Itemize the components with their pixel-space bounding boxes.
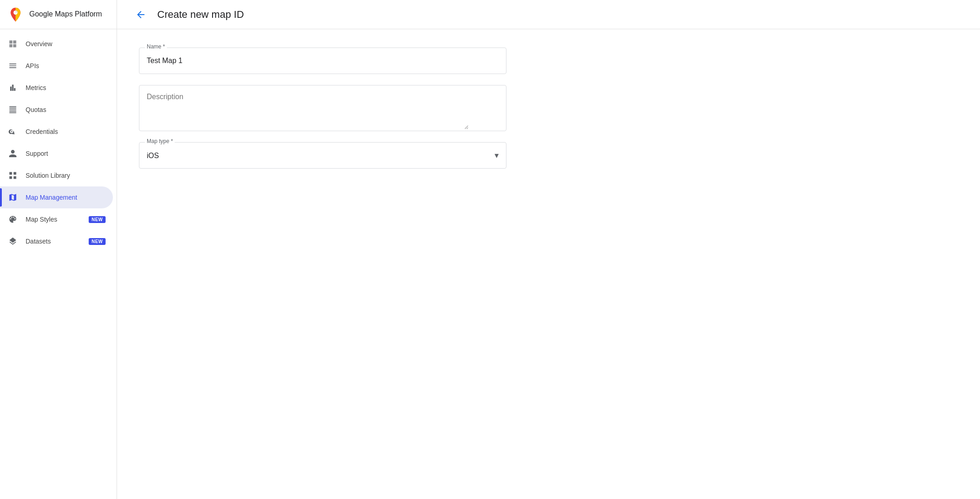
sidebar-item-solution-library[interactable]: Solution Library <box>0 165 113 186</box>
sidebar-item-solution-library-label: Solution Library <box>26 172 106 179</box>
form-area: Name * Map type * JavaScript Android iOS… <box>117 29 528 198</box>
apps-icon <box>7 170 18 181</box>
datasets-badge: NEW <box>89 238 106 245</box>
sidebar-item-overview-label: Overview <box>26 40 106 48</box>
bar-chart-icon <box>7 82 18 93</box>
map-type-label: Map type * <box>145 138 175 144</box>
map-styles-badge: NEW <box>89 216 106 223</box>
table-icon <box>7 104 18 115</box>
sidebar-item-map-styles[interactable]: Map Styles NEW <box>0 208 113 230</box>
main-content: Create new map ID Name * Map type * Java… <box>117 0 980 499</box>
sidebar: Google Maps Platform Overview APIs Metri… <box>0 0 117 499</box>
layers-icon <box>7 236 18 247</box>
sidebar-item-credentials[interactable]: Credentials <box>0 121 113 143</box>
map-type-select[interactable]: JavaScript Android iOS <box>139 143 469 168</box>
sidebar-item-credentials-label: Credentials <box>26 128 106 135</box>
sidebar-header: Google Maps Platform <box>0 0 117 29</box>
app-title: Google Maps Platform <box>29 10 102 19</box>
sidebar-item-datasets[interactable]: Datasets NEW <box>0 230 113 252</box>
sidebar-item-map-management-label: Map Management <box>26 194 106 201</box>
sidebar-item-datasets-label: Datasets <box>26 238 85 245</box>
map-type-form-group: Map type * JavaScript Android iOS ▾ <box>139 142 506 169</box>
sidebar-nav: Overview APIs Metrics Quotas <box>0 29 117 499</box>
grid-icon <box>7 38 18 49</box>
page-header: Create new map ID <box>117 0 980 29</box>
description-form-group <box>139 85 506 131</box>
sidebar-item-support[interactable]: Support <box>0 143 113 165</box>
sidebar-item-overview[interactable]: Overview <box>0 33 113 55</box>
name-label: Name * <box>145 43 167 50</box>
map-icon <box>7 192 18 203</box>
key-icon <box>7 126 18 137</box>
description-field-wrapper <box>139 85 506 131</box>
name-input[interactable] <box>139 48 469 74</box>
sidebar-item-quotas[interactable]: Quotas <box>0 99 113 121</box>
google-maps-logo <box>7 6 24 23</box>
description-textarea[interactable] <box>139 85 469 129</box>
name-field-wrapper: Name * <box>139 48 506 74</box>
sidebar-item-quotas-label: Quotas <box>26 106 106 113</box>
sidebar-item-map-styles-label: Map Styles <box>26 216 85 223</box>
back-button[interactable] <box>132 5 150 24</box>
back-arrow-icon <box>135 9 146 20</box>
name-form-group: Name * <box>139 48 506 74</box>
chevron-down-icon: ▾ <box>495 150 499 160</box>
sidebar-item-map-management[interactable]: Map Management <box>0 186 113 208</box>
sidebar-item-support-label: Support <box>26 150 106 157</box>
page-title: Create new map ID <box>157 9 244 21</box>
sidebar-item-apis-label: APIs <box>26 62 106 69</box>
svg-point-0 <box>11 131 12 133</box>
list-icon <box>7 60 18 71</box>
palette-icon <box>7 214 18 225</box>
map-type-field-wrapper: Map type * JavaScript Android iOS ▾ <box>139 142 506 169</box>
sidebar-item-apis[interactable]: APIs <box>0 55 113 77</box>
person-icon <box>7 148 18 159</box>
sidebar-item-metrics[interactable]: Metrics <box>0 77 113 99</box>
sidebar-item-metrics-label: Metrics <box>26 84 106 91</box>
